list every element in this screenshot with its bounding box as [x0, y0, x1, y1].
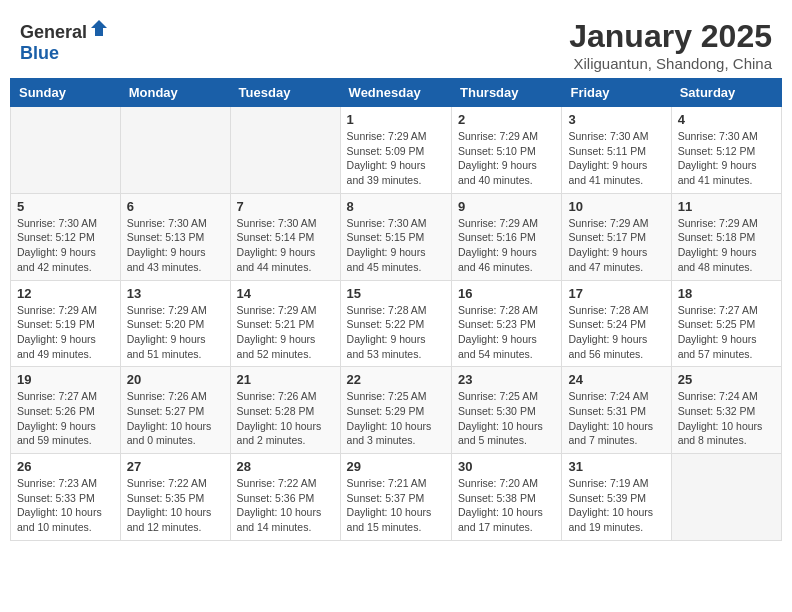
day-cell: 29Sunrise: 7:21 AM Sunset: 5:37 PM Dayli…	[340, 454, 451, 541]
day-number: 5	[17, 199, 114, 214]
calendar-table: SundayMondayTuesdayWednesdayThursdayFrid…	[10, 78, 782, 541]
day-info: Sunrise: 7:24 AM Sunset: 5:31 PM Dayligh…	[568, 389, 664, 448]
weekday-header-row: SundayMondayTuesdayWednesdayThursdayFrid…	[11, 79, 782, 107]
day-number: 11	[678, 199, 775, 214]
day-number: 19	[17, 372, 114, 387]
day-cell: 30Sunrise: 7:20 AM Sunset: 5:38 PM Dayli…	[452, 454, 562, 541]
day-cell: 18Sunrise: 7:27 AM Sunset: 5:25 PM Dayli…	[671, 280, 781, 367]
day-number: 26	[17, 459, 114, 474]
logo-blue: Blue	[20, 43, 59, 63]
day-cell: 15Sunrise: 7:28 AM Sunset: 5:22 PM Dayli…	[340, 280, 451, 367]
day-info: Sunrise: 7:24 AM Sunset: 5:32 PM Dayligh…	[678, 389, 775, 448]
day-info: Sunrise: 7:25 AM Sunset: 5:29 PM Dayligh…	[347, 389, 445, 448]
day-info: Sunrise: 7:22 AM Sunset: 5:36 PM Dayligh…	[237, 476, 334, 535]
day-cell: 13Sunrise: 7:29 AM Sunset: 5:20 PM Dayli…	[120, 280, 230, 367]
day-number: 27	[127, 459, 224, 474]
day-info: Sunrise: 7:27 AM Sunset: 5:25 PM Dayligh…	[678, 303, 775, 362]
day-number: 28	[237, 459, 334, 474]
day-number: 20	[127, 372, 224, 387]
day-cell: 17Sunrise: 7:28 AM Sunset: 5:24 PM Dayli…	[562, 280, 671, 367]
day-number: 30	[458, 459, 555, 474]
day-cell: 23Sunrise: 7:25 AM Sunset: 5:30 PM Dayli…	[452, 367, 562, 454]
day-cell: 9Sunrise: 7:29 AM Sunset: 5:16 PM Daylig…	[452, 193, 562, 280]
day-info: Sunrise: 7:22 AM Sunset: 5:35 PM Dayligh…	[127, 476, 224, 535]
day-info: Sunrise: 7:28 AM Sunset: 5:24 PM Dayligh…	[568, 303, 664, 362]
day-number: 6	[127, 199, 224, 214]
day-cell	[11, 107, 121, 194]
logo-text: General Blue	[20, 18, 109, 64]
weekday-saturday: Saturday	[671, 79, 781, 107]
day-info: Sunrise: 7:30 AM Sunset: 5:15 PM Dayligh…	[347, 216, 445, 275]
day-info: Sunrise: 7:29 AM Sunset: 5:17 PM Dayligh…	[568, 216, 664, 275]
day-info: Sunrise: 7:29 AM Sunset: 5:10 PM Dayligh…	[458, 129, 555, 188]
day-cell: 4Sunrise: 7:30 AM Sunset: 5:12 PM Daylig…	[671, 107, 781, 194]
day-number: 15	[347, 286, 445, 301]
weekday-friday: Friday	[562, 79, 671, 107]
weekday-tuesday: Tuesday	[230, 79, 340, 107]
day-number: 21	[237, 372, 334, 387]
day-info: Sunrise: 7:29 AM Sunset: 5:21 PM Dayligh…	[237, 303, 334, 362]
day-info: Sunrise: 7:29 AM Sunset: 5:19 PM Dayligh…	[17, 303, 114, 362]
day-cell: 5Sunrise: 7:30 AM Sunset: 5:12 PM Daylig…	[11, 193, 121, 280]
day-cell: 16Sunrise: 7:28 AM Sunset: 5:23 PM Dayli…	[452, 280, 562, 367]
day-cell: 7Sunrise: 7:30 AM Sunset: 5:14 PM Daylig…	[230, 193, 340, 280]
day-cell: 28Sunrise: 7:22 AM Sunset: 5:36 PM Dayli…	[230, 454, 340, 541]
day-number: 17	[568, 286, 664, 301]
weekday-sunday: Sunday	[11, 79, 121, 107]
day-info: Sunrise: 7:30 AM Sunset: 5:13 PM Dayligh…	[127, 216, 224, 275]
day-info: Sunrise: 7:30 AM Sunset: 5:11 PM Dayligh…	[568, 129, 664, 188]
day-number: 22	[347, 372, 445, 387]
calendar-subtitle: Xiliguantun, Shandong, China	[569, 55, 772, 72]
day-number: 2	[458, 112, 555, 127]
day-cell: 20Sunrise: 7:26 AM Sunset: 5:27 PM Dayli…	[120, 367, 230, 454]
day-number: 10	[568, 199, 664, 214]
week-row-3: 12Sunrise: 7:29 AM Sunset: 5:19 PM Dayli…	[11, 280, 782, 367]
day-info: Sunrise: 7:20 AM Sunset: 5:38 PM Dayligh…	[458, 476, 555, 535]
day-cell	[120, 107, 230, 194]
day-cell: 11Sunrise: 7:29 AM Sunset: 5:18 PM Dayli…	[671, 193, 781, 280]
day-number: 16	[458, 286, 555, 301]
day-number: 12	[17, 286, 114, 301]
day-cell: 10Sunrise: 7:29 AM Sunset: 5:17 PM Dayli…	[562, 193, 671, 280]
logo-general: General	[20, 22, 87, 42]
day-cell: 19Sunrise: 7:27 AM Sunset: 5:26 PM Dayli…	[11, 367, 121, 454]
day-cell: 31Sunrise: 7:19 AM Sunset: 5:39 PM Dayli…	[562, 454, 671, 541]
day-cell: 21Sunrise: 7:26 AM Sunset: 5:28 PM Dayli…	[230, 367, 340, 454]
day-number: 4	[678, 112, 775, 127]
day-cell: 8Sunrise: 7:30 AM Sunset: 5:15 PM Daylig…	[340, 193, 451, 280]
day-number: 13	[127, 286, 224, 301]
week-row-2: 5Sunrise: 7:30 AM Sunset: 5:12 PM Daylig…	[11, 193, 782, 280]
day-number: 29	[347, 459, 445, 474]
week-row-1: 1Sunrise: 7:29 AM Sunset: 5:09 PM Daylig…	[11, 107, 782, 194]
day-info: Sunrise: 7:21 AM Sunset: 5:37 PM Dayligh…	[347, 476, 445, 535]
day-number: 3	[568, 112, 664, 127]
day-cell: 12Sunrise: 7:29 AM Sunset: 5:19 PM Dayli…	[11, 280, 121, 367]
day-info: Sunrise: 7:23 AM Sunset: 5:33 PM Dayligh…	[17, 476, 114, 535]
day-number: 18	[678, 286, 775, 301]
calendar-title: January 2025	[569, 18, 772, 55]
day-cell: 22Sunrise: 7:25 AM Sunset: 5:29 PM Dayli…	[340, 367, 451, 454]
day-number: 31	[568, 459, 664, 474]
day-cell: 25Sunrise: 7:24 AM Sunset: 5:32 PM Dayli…	[671, 367, 781, 454]
day-cell: 14Sunrise: 7:29 AM Sunset: 5:21 PM Dayli…	[230, 280, 340, 367]
day-cell: 26Sunrise: 7:23 AM Sunset: 5:33 PM Dayli…	[11, 454, 121, 541]
day-number: 23	[458, 372, 555, 387]
day-info: Sunrise: 7:30 AM Sunset: 5:14 PM Dayligh…	[237, 216, 334, 275]
day-number: 25	[678, 372, 775, 387]
weekday-wednesday: Wednesday	[340, 79, 451, 107]
day-number: 8	[347, 199, 445, 214]
day-info: Sunrise: 7:27 AM Sunset: 5:26 PM Dayligh…	[17, 389, 114, 448]
day-cell	[671, 454, 781, 541]
day-cell: 2Sunrise: 7:29 AM Sunset: 5:10 PM Daylig…	[452, 107, 562, 194]
day-info: Sunrise: 7:29 AM Sunset: 5:20 PM Dayligh…	[127, 303, 224, 362]
day-info: Sunrise: 7:30 AM Sunset: 5:12 PM Dayligh…	[678, 129, 775, 188]
week-row-4: 19Sunrise: 7:27 AM Sunset: 5:26 PM Dayli…	[11, 367, 782, 454]
day-cell: 1Sunrise: 7:29 AM Sunset: 5:09 PM Daylig…	[340, 107, 451, 194]
day-info: Sunrise: 7:28 AM Sunset: 5:23 PM Dayligh…	[458, 303, 555, 362]
day-info: Sunrise: 7:28 AM Sunset: 5:22 PM Dayligh…	[347, 303, 445, 362]
week-row-5: 26Sunrise: 7:23 AM Sunset: 5:33 PM Dayli…	[11, 454, 782, 541]
day-cell	[230, 107, 340, 194]
day-cell: 27Sunrise: 7:22 AM Sunset: 5:35 PM Dayli…	[120, 454, 230, 541]
day-number: 1	[347, 112, 445, 127]
day-cell: 24Sunrise: 7:24 AM Sunset: 5:31 PM Dayli…	[562, 367, 671, 454]
